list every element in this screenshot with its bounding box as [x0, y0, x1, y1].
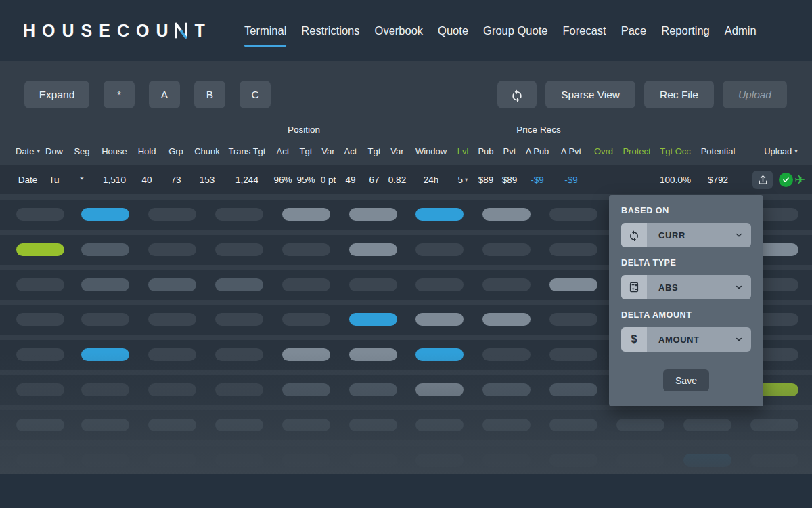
bottom-bar [0, 474, 812, 508]
chevron-down-icon [734, 230, 744, 240]
delta-type-select[interactable]: ABS [621, 275, 751, 299]
skeleton-pill [148, 383, 196, 396]
row-cell-date: Date [18, 165, 38, 194]
nav-item-group-quote[interactable]: Group Quote [483, 24, 547, 37]
skeleton-pill [215, 278, 263, 291]
check-circle-icon [779, 173, 793, 187]
b-button[interactable]: B [194, 81, 225, 108]
skeleton-pill [16, 278, 64, 291]
row-cell-tgt-occ: 100.0% [660, 165, 691, 194]
nav-item-quote[interactable]: Quote [438, 24, 468, 37]
skeleton-pill [482, 348, 531, 361]
skeleton-pill [148, 454, 196, 467]
refresh-icon [510, 88, 524, 102]
c-button[interactable]: C [240, 81, 271, 108]
col-header-seg: Seg [74, 145, 89, 157]
based-on-select[interactable]: CURR [621, 223, 751, 247]
skeleton-pill [415, 313, 464, 326]
nav-item-terminal[interactable]: Terminal [244, 24, 286, 37]
col-header-act: Act [344, 145, 357, 157]
skeleton-pill [349, 383, 397, 396]
nav-item-pace[interactable]: Pace [621, 24, 647, 37]
skeleton-pill [549, 383, 597, 396]
col-header-dow: Dow [45, 145, 63, 157]
top-navbar: HOUSECOU T TerminalRestrictionsOverbookQ… [0, 0, 812, 61]
col-header-upload[interactable]: Upload▾ [764, 145, 798, 157]
skeleton-pill [349, 348, 397, 361]
dollar-icon: $ [621, 327, 647, 352]
skeleton-pill [215, 313, 263, 326]
skeleton-pill [148, 313, 196, 326]
skeleton-pill [482, 313, 531, 326]
skeleton-pill [282, 243, 330, 256]
skeleton-pill [549, 278, 597, 291]
nav-item-overbook[interactable]: Overbook [375, 24, 424, 37]
row-cell-var: 0 pt [321, 165, 336, 194]
row-cell-pvt: $89 [502, 165, 518, 194]
skeleton-pill [16, 313, 64, 326]
row-cell-pub: $89 [478, 165, 494, 194]
skeleton-pill [616, 419, 664, 431]
row-cell-dow: Tu [49, 165, 59, 194]
row-cell-seg: * [80, 165, 83, 194]
skeleton-pill [282, 278, 330, 291]
brand-text-post: T [194, 21, 211, 41]
skeleton-pill [16, 243, 64, 256]
save-button[interactable]: Save [663, 369, 709, 391]
panel-group-based-on: BASED ONCURR [621, 205, 751, 247]
brand-text-pre: HOUSECOU [23, 21, 175, 41]
row-cell-hold: 40 [141, 165, 152, 194]
skeleton-pill [549, 348, 597, 361]
skeleton-pill [148, 243, 196, 256]
skeleton-pill [81, 313, 129, 326]
skeleton-pill [81, 454, 129, 467]
skeleton-pill [683, 419, 731, 431]
skeleton-pill [215, 419, 263, 431]
row-cell-potential: $792 [708, 165, 728, 194]
skeleton-pill [482, 208, 531, 221]
col-header-date[interactable]: Date▾ [16, 145, 40, 157]
skeleton-pill [750, 419, 798, 431]
skeleton-pill [415, 348, 464, 361]
a-button[interactable]: A [149, 81, 180, 108]
main-nav: TerminalRestrictionsOverbookQuoteGroup Q… [244, 0, 757, 61]
rec-file-button[interactable]: Rec File [644, 81, 714, 108]
star-button[interactable]: * [104, 81, 135, 108]
skeleton-pill [148, 208, 196, 221]
level-dropdown-icon: ▾ [465, 177, 468, 183]
skeleton-pill [482, 419, 531, 431]
col-header-protect: Protect [623, 145, 650, 157]
nav-item-forecast[interactable]: Forecast [562, 24, 606, 37]
refresh-button[interactable] [497, 81, 537, 108]
skeleton-pill [750, 454, 798, 467]
group-header-position: Position [288, 125, 320, 135]
nav-item-reporting[interactable]: Reporting [661, 24, 710, 37]
row-cell-lvl[interactable]: 5▾ [458, 165, 468, 194]
nav-item-admin[interactable]: Admin [725, 24, 757, 37]
skeleton-pill [81, 383, 129, 396]
delta-amount-select[interactable]: $AMOUNT [621, 327, 751, 352]
skeleton-pill [549, 454, 597, 467]
select-value: ABS [647, 282, 734, 293]
col-header-potential: Potential [701, 145, 736, 157]
skeleton-pill [482, 278, 531, 291]
sparse-view-button[interactable]: Sparse View [545, 81, 635, 108]
col-header-grp: Grp [168, 145, 183, 157]
skeleton-pill [282, 383, 330, 396]
skeleton-pill [81, 419, 129, 431]
skeleton-pill [282, 348, 330, 361]
nav-item-restrictions[interactable]: Restrictions [301, 24, 359, 37]
skeleton-pill [148, 278, 196, 291]
col-header-pvt: Δ Pvt [561, 145, 581, 157]
skeleton-pill [215, 243, 263, 256]
row-cell-act: 96% [273, 165, 292, 194]
row-cell-pvt: -$9 [564, 165, 578, 194]
table-row-skeleton [0, 446, 812, 475]
select-value: CURR [647, 230, 734, 240]
row-upload-button[interactable] [752, 171, 773, 189]
col-header-pvt: Pvt [503, 145, 516, 157]
expand-button[interactable]: Expand [24, 81, 89, 108]
skeleton-pill [148, 348, 196, 361]
skeleton-pill [148, 419, 196, 431]
skeleton-pill [16, 454, 64, 467]
